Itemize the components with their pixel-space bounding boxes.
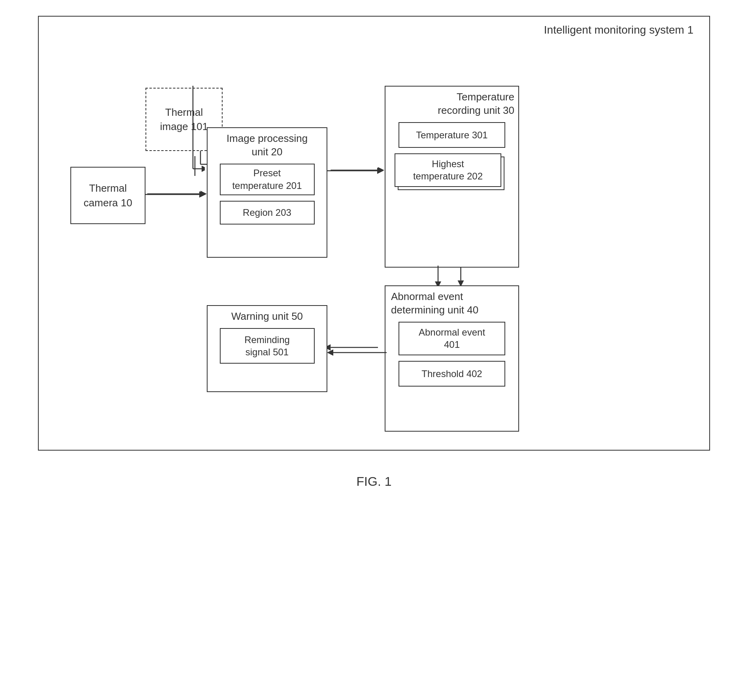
preset-temperature-box: Presettemperature 201 bbox=[220, 164, 315, 195]
left-arrow-svg bbox=[325, 345, 387, 360]
threshold-box: Threshold 402 bbox=[399, 361, 505, 387]
temperature-recording-title: Temperaturerecording unit 30 bbox=[434, 91, 518, 117]
image-processing-title: Image processingunit 20 bbox=[223, 132, 312, 159]
abnormal-event-inner-box: Abnormal event401 bbox=[399, 322, 505, 355]
thermal-image-to-camera-svg bbox=[181, 86, 205, 208]
highest-temperature-box: Highesttemperature 202 bbox=[395, 153, 501, 187]
page-container: Intelligent monitoring system 1 bbox=[18, 16, 730, 648]
abnormal-event-box: Abnormal eventdetermining unit 40 Abnorm… bbox=[385, 285, 519, 432]
warning-unit-box: Warning unit 50 Remindingsignal 501 bbox=[207, 305, 327, 392]
threshold-label: Threshold 402 bbox=[421, 368, 482, 380]
fig-label: FIG. 1 bbox=[357, 474, 392, 489]
thermal-camera-label: Thermalcamera 10 bbox=[84, 181, 132, 210]
temperature-recording-box: Temperaturerecording unit 30 Temperature… bbox=[385, 86, 519, 268]
image-processing-box: Image processingunit 20 Presettemperatur… bbox=[207, 127, 327, 258]
preset-temperature-label: Presettemperature 201 bbox=[232, 167, 302, 191]
reminding-signal-label: Remindingsignal 501 bbox=[244, 334, 290, 358]
region-box: Region 203 bbox=[220, 201, 315, 225]
thermal-camera-box: Thermalcamera 10 bbox=[70, 167, 145, 224]
arrows-svg bbox=[47, 25, 701, 442]
svg-marker-13 bbox=[327, 349, 333, 356]
ipu-to-tru-arrow bbox=[327, 161, 387, 181]
diagram-outer: Intelligent monitoring system 1 bbox=[38, 16, 710, 451]
abnormal-event-label: Abnormal event401 bbox=[419, 326, 485, 351]
temperature-label: Temperature 301 bbox=[416, 129, 487, 141]
svg-marker-21 bbox=[202, 166, 205, 172]
region-label: Region 203 bbox=[243, 206, 291, 219]
temperature-box: Temperature 301 bbox=[399, 122, 505, 148]
warning-unit-title: Warning unit 50 bbox=[227, 310, 307, 323]
reminding-signal-box: Remindingsignal 501 bbox=[220, 328, 315, 364]
abnormal-event-title: Abnormal eventdetermining unit 40 bbox=[385, 290, 482, 317]
highest-temperature-label: Highesttemperature 202 bbox=[413, 158, 483, 182]
svg-marker-18 bbox=[377, 168, 383, 174]
diagram-inner: Thermalcamera 10 Thermalimage 101 Image … bbox=[47, 25, 701, 442]
